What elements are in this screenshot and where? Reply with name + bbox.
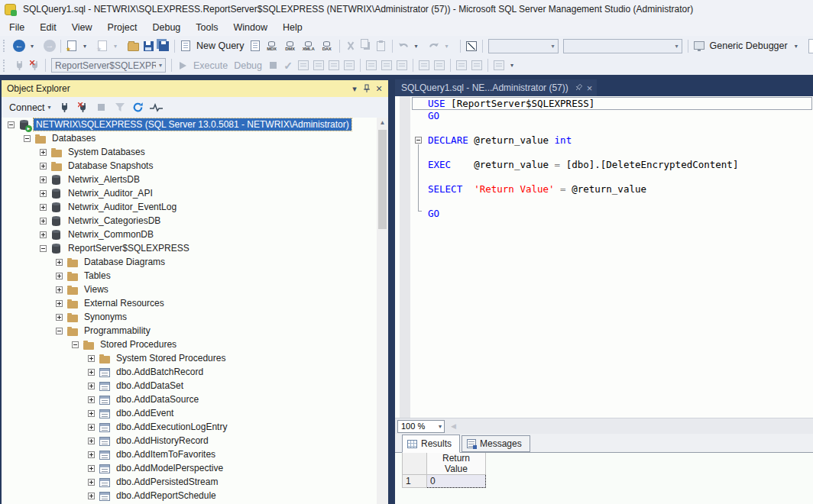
oe-refresh-icon[interactable] bbox=[131, 99, 145, 116]
tree-item-netwrix-categoriesdb[interactable]: Netwrix_CategoriesDB bbox=[2, 214, 388, 228]
toolbar-grip[interactable] bbox=[3, 60, 8, 72]
code-line[interactable]: GO bbox=[421, 110, 813, 122]
tree-item-dbo-addpersistedstream[interactable]: dbo.AddPersistedStream bbox=[2, 475, 388, 489]
toolbar-combo-2[interactable]: ▾ bbox=[563, 39, 682, 53]
code-line[interactable] bbox=[421, 171, 813, 183]
expand-icon[interactable] bbox=[88, 493, 95, 499]
oe-disconnect-plug-icon[interactable] bbox=[76, 99, 90, 116]
code-line[interactable]: GO bbox=[421, 208, 813, 220]
tab-pin-icon[interactable] bbox=[572, 82, 584, 94]
tree-item-database-diagrams[interactable]: Database Diagrams bbox=[2, 255, 388, 269]
code-line[interactable]: SELECT 'Return Value' = @return_value bbox=[421, 183, 813, 195]
grid-row-number[interactable]: 1 bbox=[403, 475, 427, 488]
zoom-combo[interactable]: 100 % ▾ bbox=[397, 420, 445, 433]
collapse-icon[interactable] bbox=[56, 328, 63, 334]
new-project-dropdown-icon[interactable]: ▾ bbox=[80, 37, 94, 54]
expand-icon[interactable] bbox=[40, 218, 47, 225]
expand-icon[interactable] bbox=[56, 273, 63, 279]
expand-icon[interactable] bbox=[88, 438, 95, 444]
tree-item-views[interactable]: Views bbox=[2, 283, 388, 296]
expand-icon[interactable] bbox=[88, 396, 95, 403]
expand-icon[interactable] bbox=[56, 286, 63, 293]
expand-icon[interactable] bbox=[40, 231, 47, 238]
expand-icon[interactable] bbox=[40, 149, 47, 156]
tree-item-reportserver-sqlexpress[interactable]: ReportServer$SQLEXPRESS bbox=[2, 241, 388, 255]
toolbar-grip[interactable] bbox=[3, 40, 8, 52]
code-line[interactable]: EXEC @return_value = [dbo].[DeleteEncryp… bbox=[421, 159, 813, 171]
new-query-icon[interactable] bbox=[179, 37, 193, 54]
expand-icon[interactable] bbox=[56, 314, 63, 321]
connect-button[interactable]: Connect bbox=[9, 102, 45, 113]
tree-item-database-snapshots[interactable]: Database Snapshots bbox=[2, 159, 388, 173]
collapse-icon[interactable] bbox=[72, 341, 79, 348]
expand-icon[interactable] bbox=[40, 190, 47, 197]
grid-corner-cell[interactable] bbox=[403, 453, 427, 475]
tree-item-system-stored-procedures[interactable]: System Stored Procedures bbox=[2, 351, 388, 365]
tree-item-netwrix-sqlexpress-sql-server-13-0-5081-[interactable]: ▶NETWRIX\SQLEXPRESS (SQL Server 13.0.508… bbox=[2, 118, 388, 131]
code-line[interactable] bbox=[421, 147, 813, 159]
menu-file[interactable]: File bbox=[2, 20, 32, 35]
tree-item-databases[interactable]: Databases bbox=[2, 131, 388, 145]
tree-item-dbo-addmodelperspective[interactable]: dbo.AddModelPerspective bbox=[2, 461, 388, 475]
sql-code-area[interactable]: USE [ReportServer$SQLEXPRESS]GODECLARE @… bbox=[395, 96, 813, 418]
expand-icon[interactable] bbox=[56, 259, 63, 266]
expand-icon[interactable] bbox=[88, 479, 95, 486]
expand-icon[interactable] bbox=[40, 204, 47, 211]
tree-item-dbo-additemtofavorites[interactable]: dbo.AddItemToFavorites bbox=[2, 447, 388, 461]
expand-icon[interactable] bbox=[88, 451, 95, 458]
expand-icon[interactable] bbox=[88, 369, 95, 376]
tree-item-dbo-addhistoryrecord[interactable]: dbo.AddHistoryRecord bbox=[2, 434, 388, 447]
oe-connect-plug-icon[interactable] bbox=[58, 99, 72, 116]
save-icon[interactable] bbox=[141, 37, 155, 54]
tree-item-netwrix-commondb[interactable]: Netwrix_CommonDB bbox=[2, 228, 388, 241]
activity-monitor-icon[interactable] bbox=[465, 37, 478, 54]
tree-item-dbo-addevent[interactable]: dbo.AddEvent bbox=[2, 406, 388, 420]
pin-icon[interactable] bbox=[361, 83, 373, 94]
collapse-icon[interactable] bbox=[40, 245, 47, 252]
connect-dropdown-icon[interactable]: ▾ bbox=[48, 104, 56, 111]
grid-column-header[interactable]: Return Value bbox=[427, 453, 486, 475]
nav-back-icon[interactable]: ← bbox=[12, 37, 26, 54]
code-line[interactable] bbox=[421, 195, 813, 208]
undo-dropdown-icon[interactable]: ▾ bbox=[412, 37, 426, 54]
save-all-icon[interactable] bbox=[157, 37, 170, 54]
code-line[interactable]: USE [ReportServer$SQLEXPRESS] bbox=[421, 98, 813, 110]
expand-icon[interactable] bbox=[40, 163, 47, 170]
menu-debug[interactable]: Debug bbox=[144, 20, 188, 35]
toolbar-overflow-icon[interactable]: ▾ bbox=[507, 57, 521, 74]
tree-item-synonyms[interactable]: Synonyms bbox=[2, 310, 388, 324]
new-project-icon[interactable] bbox=[65, 37, 79, 54]
expand-icon[interactable] bbox=[88, 383, 95, 389]
tree-item-programmability[interactable]: Programmability bbox=[2, 324, 388, 338]
tree-item-netwrix-auditor-eventlog[interactable]: Netwrix_Auditor_EventLog bbox=[2, 200, 388, 214]
tree-item-netwrix-auditor-api[interactable]: Netwrix_Auditor_API bbox=[2, 186, 388, 200]
dax-query-icon[interactable]: DAX bbox=[319, 37, 335, 54]
oe-activity-monitor-icon[interactable] bbox=[150, 99, 164, 116]
scrollbar-thumb[interactable] bbox=[378, 130, 387, 229]
collapse-icon[interactable] bbox=[24, 135, 31, 142]
close-icon[interactable]: × bbox=[373, 83, 385, 94]
menu-project[interactable]: Project bbox=[100, 20, 145, 35]
document-tab[interactable]: SQLQuery1.sql - NE...Administrator (57))… bbox=[395, 79, 597, 96]
tree-item-dbo-addreportschedule[interactable]: dbo.AddReportSchedule bbox=[2, 489, 388, 502]
tree-item-netwrix-alertsdb[interactable]: Netwrix_AlertsDB bbox=[2, 173, 388, 186]
expand-icon[interactable] bbox=[88, 465, 95, 472]
expand-icon[interactable] bbox=[56, 300, 63, 307]
generic-debugger-label[interactable]: Generic Debugger bbox=[710, 40, 788, 51]
tree-item-stored-procedures[interactable]: Stored Procedures bbox=[2, 338, 388, 351]
menu-edit[interactable]: Edit bbox=[32, 20, 64, 35]
available-databases-combo[interactable]: ReportServer$SQLEXPRESS▾ bbox=[51, 58, 166, 73]
tree-item-dbo-adddataset[interactable]: dbo.AddDataSet bbox=[2, 379, 388, 393]
expand-icon[interactable] bbox=[88, 410, 95, 417]
collapse-icon[interactable] bbox=[8, 121, 15, 128]
tree-item-dbo-addbatchrecord[interactable]: dbo.AddBatchRecord bbox=[2, 365, 388, 379]
tab-results[interactable]: Results bbox=[402, 435, 460, 453]
tab-close-icon[interactable]: × bbox=[587, 82, 593, 94]
tree-item-external-resources[interactable]: External Resources bbox=[2, 296, 388, 310]
tab-messages[interactable]: Messages bbox=[462, 435, 530, 452]
open-file-icon[interactable] bbox=[126, 37, 140, 54]
xmla-query-icon[interactable]: XMLA bbox=[300, 37, 317, 54]
tree-scrollbar[interactable]: ▲ bbox=[377, 118, 388, 504]
code-line[interactable] bbox=[421, 122, 813, 134]
hscroll-left-icon[interactable]: ◀ bbox=[451, 422, 456, 430]
